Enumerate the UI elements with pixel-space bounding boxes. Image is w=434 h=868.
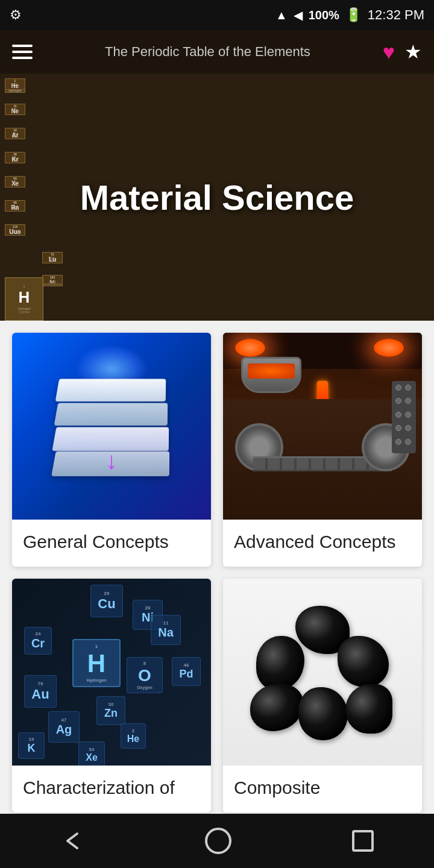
layer-1 [55, 379, 166, 402]
cards-grid: ↓ General Concepts [12, 333, 422, 825]
card-characterization-label: Characterization of [12, 766, 211, 813]
layers-visual: ↓ [51, 366, 172, 486]
panel-dot [405, 439, 411, 445]
pebble-5 [298, 687, 348, 740]
chem-K: 19 K [18, 732, 45, 759]
status-bar: ⚙ ▲ ◀ 100% 🔋 12:32 PM [0, 0, 434, 30]
pebble-6 [345, 684, 392, 734]
chem-Cr: 24 Cr [24, 627, 52, 655]
bottom-nav [0, 814, 434, 868]
card-general-label: General Concepts [12, 520, 211, 567]
panel-dot [405, 398, 411, 404]
card-advanced-concepts[interactable]: Advanced Concepts [223, 333, 422, 567]
battery-icon: 🔋 [345, 7, 362, 23]
panel-dot [395, 425, 401, 431]
app-bar: The Periodic Table of the Elements ♥ ★ [0, 30, 434, 74]
characterization-illustration: 1 H Hydrogen 8 O Oxygen 29 [12, 579, 211, 766]
chem-Na: 11 Na [151, 615, 181, 645]
hero-banner: 1HHydrogen 2He 3Li 4Be 5B 6C 7N 8O 9F 10… [0, 74, 434, 321]
ladle [241, 357, 301, 393]
app-bar-actions: ♥ ★ [383, 40, 422, 64]
pebble-3 [338, 636, 389, 687]
main-content: ↓ General Concepts [0, 321, 434, 825]
bookmark-button[interactable]: ★ [404, 40, 422, 63]
signal-icon: ◀ [294, 8, 303, 22]
factory-light-right [374, 339, 404, 357]
panel-dot [395, 439, 401, 445]
card-advanced-image [223, 333, 422, 520]
advanced-illustration [223, 333, 422, 520]
panel-dot [395, 385, 401, 391]
card-general-concepts[interactable]: ↓ General Concepts [12, 333, 211, 567]
battery-percent: 100% [309, 8, 339, 22]
clock: 12:32 PM [368, 7, 424, 23]
card-composite-label: Composite [223, 766, 422, 813]
wifi-icon: ▲ [275, 8, 288, 22]
pebble-2 [256, 636, 304, 690]
card-characterization[interactable]: 1 H Hydrogen 8 O Oxygen 29 [12, 579, 211, 813]
factory-scene [223, 333, 422, 520]
right-panel [392, 381, 416, 453]
chem-symbols-bg: 1 H Hydrogen 8 O Oxygen 29 [12, 579, 211, 766]
panel-dot [405, 412, 411, 418]
card-general-image: ↓ [12, 333, 211, 520]
arrow-down-icon: ↓ [105, 447, 118, 474]
chem-Ag: 47 Ag [48, 711, 80, 743]
chem-He: 2 He [121, 723, 146, 749]
menu-button[interactable] [12, 45, 33, 59]
ladle-molten [248, 363, 295, 379]
chem-Pd: 46 Pd [172, 657, 201, 686]
card-advanced-label: Advanced Concepts [223, 520, 422, 567]
panel-dot [405, 385, 411, 391]
pebbles-visual [250, 600, 395, 744]
app-bar-title: The Periodic Table of the Elements [33, 44, 383, 60]
settings-icon: ⚙ [10, 7, 22, 23]
composite-illustration [223, 579, 422, 766]
panel-dot [405, 425, 411, 431]
panel-dot [395, 412, 401, 418]
chem-Zn: 30 Zn [96, 696, 125, 725]
card-composite-image [223, 579, 422, 766]
card-characterization-image: 1 H Hydrogen 8 O Oxygen 29 [12, 579, 211, 766]
recent-apps-button[interactable] [340, 824, 386, 858]
back-button[interactable] [48, 823, 96, 859]
card-composite[interactable]: Composite [223, 579, 422, 813]
favorite-button[interactable]: ♥ [383, 40, 395, 64]
home-button[interactable] [193, 822, 244, 860]
status-left: ⚙ [10, 7, 22, 23]
panel-dot [395, 398, 401, 404]
chem-O: 8 O Oxygen [127, 657, 163, 693]
chem-Cu: 29 Cu [90, 585, 123, 617]
chem-Xe: 54 Xe [78, 741, 105, 766]
status-right: ▲ ◀ 100% 🔋 12:32 PM [275, 7, 424, 23]
chem-H: 1 H Hydrogen [72, 639, 121, 687]
chem-Au: 79 Au [24, 675, 57, 708]
hero-title: Material Science [80, 177, 354, 218]
general-illustration: ↓ [12, 333, 211, 520]
layer-2 [54, 403, 168, 426]
factory-light-left [235, 339, 265, 357]
pebble-4 [250, 684, 303, 731]
